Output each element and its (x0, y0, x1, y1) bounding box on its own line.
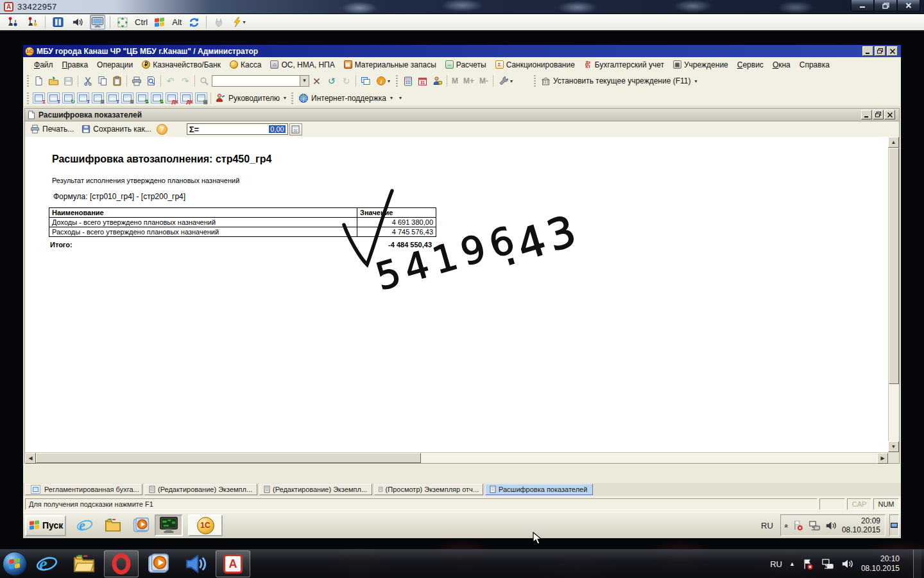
menu-file[interactable]: Файл (30, 59, 58, 71)
menu-cash[interactable]: Касса (225, 59, 266, 71)
language-indicator[interactable]: RU (770, 559, 782, 569)
open-button[interactable] (46, 74, 61, 88)
toolbar-grip[interactable] (396, 75, 398, 87)
dk-doc-icon[interactable]: ДК (180, 92, 193, 103)
contact-book-button[interactable] (50, 15, 65, 30)
start-button[interactable]: Пуск (25, 515, 66, 536)
tray-volume-icon[interactable] (841, 558, 854, 570)
show-desktop-button[interactable] (913, 550, 921, 578)
taskbar-opera-button[interactable] (104, 550, 139, 577)
taskbar-clock[interactable]: 20:10 08.10.2015 (861, 554, 900, 574)
taskbar-ie-button[interactable]: e (30, 550, 64, 577)
send-winkey-button[interactable] (152, 15, 167, 30)
restore-button[interactable] (875, 46, 886, 56)
show-desktop-button[interactable] (889, 514, 899, 536)
toolbar-overflow-button[interactable]: ▾ (399, 95, 402, 101)
menu-operations[interactable]: Операции (92, 59, 137, 71)
table-row[interactable]: Доходы - всего утверждено плановых назна… (49, 218, 436, 227)
report-title-icon[interactable]: Т (47, 92, 60, 103)
menu-authorization[interactable]: ΣСанкционирование (491, 59, 579, 71)
menu-fixed-assets[interactable]: ⌂ОС, НМА, НПА (266, 59, 339, 71)
info-menu-button[interactable]: i▾ (373, 74, 393, 88)
search-combobox[interactable]: ▼ (212, 75, 309, 87)
toolbar-grip[interactable] (27, 75, 29, 87)
restore-button[interactable] (874, 0, 897, 12)
windows-list-button[interactable] (358, 74, 373, 88)
close-button[interactable] (884, 110, 895, 119)
move-title-icon[interactable]: ⇅ (136, 92, 148, 103)
table-row[interactable]: Расходы - всего утверждено плановых назн… (49, 227, 436, 237)
save-as-button[interactable]: Сохранить как... (79, 123, 153, 135)
scroll-thumb[interactable] (889, 148, 899, 384)
toolbar-grip[interactable] (534, 75, 536, 87)
copy-button[interactable] (95, 74, 110, 88)
language-indicator[interactable]: RU (758, 520, 776, 532)
taskbar-explorer-button[interactable] (67, 550, 101, 577)
menu-service[interactable]: Сервис (733, 59, 768, 71)
start-orb[interactable] (3, 552, 27, 576)
report-refresh-icon[interactable]: ↻ (62, 92, 74, 103)
horizontal-scrollbar[interactable]: ◀ ▶ (25, 452, 888, 463)
doc-title-icon[interactable]: Т (107, 92, 119, 103)
help-button[interactable]: ? (157, 124, 167, 135)
manager-menu-button[interactable]: Руководителю▾ (213, 92, 289, 103)
media-player-icon[interactable] (133, 517, 150, 534)
internet-support-button[interactable]: Интернет-поддержка▾ (296, 92, 395, 104)
scroll-thumb[interactable] (36, 453, 421, 463)
minimize-button[interactable] (851, 0, 874, 12)
person-title-icon[interactable]: Т (77, 92, 89, 103)
calculator-toggle-button[interactable] (289, 123, 302, 136)
audio-chat-button[interactable] (70, 15, 85, 30)
chevron-down-icon[interactable]: ▼ (300, 76, 309, 86)
tray-network-icon[interactable] (821, 558, 834, 570)
tab-edit-instance-1[interactable]: (Редактирование) Экземпл... (144, 484, 257, 495)
menu-edit[interactable]: Правка (58, 59, 93, 71)
print-button[interactable] (129, 74, 144, 88)
minimize-button[interactable] (862, 46, 873, 56)
control-settings-button[interactable] (25, 15, 40, 30)
toolbar-grip[interactable] (27, 92, 29, 104)
refresh-screen-button[interactable] (186, 15, 201, 30)
calculator-button[interactable] (400, 74, 415, 88)
nav-back-button[interactable]: ↺ (324, 74, 339, 88)
scroll-left-button[interactable]: ◀ (25, 453, 36, 464)
vertical-scrollbar[interactable]: ▲ ▼ (888, 137, 899, 452)
user-permissions-button[interactable] (430, 74, 445, 88)
set-institution-button[interactable]: Установить текущее учреждение (F11)▾ (538, 76, 699, 87)
internet-explorer-icon[interactable]: e (76, 517, 93, 534)
view-desktop-button[interactable] (90, 15, 105, 30)
scroll-right-button[interactable]: ▶ (877, 453, 888, 464)
menu-accounting[interactable]: ДтКтБухгалтерский учет (579, 59, 669, 71)
tab-decryption[interactable]: Расшифровка показателей (485, 484, 593, 495)
menu-treasury-bank[interactable]: ₽Казначейство/Банк (137, 59, 225, 71)
actions-menu-button[interactable]: ▾ (231, 15, 246, 30)
tray-flag-icon[interactable] (792, 520, 804, 531)
menu-settlements[interactable]: ↔Расчеты (441, 59, 491, 71)
dk-sum-icon[interactable]: ДК (166, 92, 178, 103)
control-permissions-button[interactable] (5, 15, 21, 30)
scroll-up-button[interactable]: ▲ (888, 137, 899, 148)
taskbar-volume-app-button[interactable] (178, 550, 213, 577)
scroll-down-button[interactable]: ▼ (888, 441, 899, 452)
explorer-folder-icon[interactable] (104, 518, 122, 533)
print-preview-button[interactable] (144, 74, 158, 88)
fullscreen-button[interactable] (115, 15, 130, 30)
menu-inventory[interactable]: ▤Материальные запасы (339, 59, 441, 71)
taskbar-app-1c-button[interactable]: 1С (188, 514, 223, 536)
send-ctrl-button[interactable]: Ctrl (135, 17, 148, 27)
taskbar-ammyy-button[interactable]: A (216, 550, 250, 577)
tab-edit-instance-2[interactable]: (Редактирование) Экземпл... (259, 484, 372, 495)
move-list-icon[interactable]: ⇅ (151, 92, 163, 103)
menu-help[interactable]: Справка (795, 59, 834, 71)
send-alt-button[interactable]: Alt (172, 17, 182, 27)
menu-institution[interactable]: ▦Учреждение (669, 59, 733, 71)
toolbar-grip[interactable] (291, 92, 293, 104)
taskbar-app-monitor-button[interactable] (155, 514, 183, 536)
doc-list-icon[interactable]: ≣ (121, 92, 133, 103)
minimize-button[interactable] (861, 110, 872, 119)
tab-view-instance[interactable]: (Просмотр) Экземпляр отч... (374, 484, 483, 495)
tray-network-icon[interactable] (809, 520, 821, 531)
tray-volume-icon[interactable] (825, 520, 837, 531)
close-button[interactable] (887, 46, 898, 56)
report-sum-icon[interactable]: Σ (33, 92, 45, 103)
